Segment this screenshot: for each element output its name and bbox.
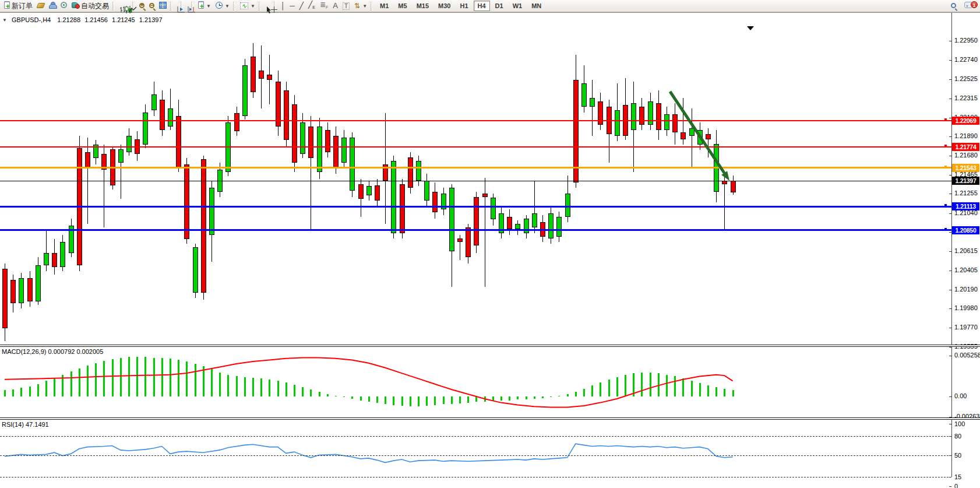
price-level-line[interactable] [0,229,951,231]
candle [358,184,364,199]
market-profile-button[interactable] [47,1,58,12]
new-chart-button[interactable]: +▼ [196,1,213,12]
dropdown-arrow-icon[interactable]: ▼ [206,3,211,9]
macd-histogram-bar [12,389,14,396]
rsi-pane-separator[interactable] [0,417,980,420]
gold-pointer-button[interactable] [35,1,47,12]
macd-histogram-bar [475,396,477,402]
candle [60,242,65,267]
chart-shift-button[interactable] [185,1,190,12]
level-line-marker[interactable] [944,145,947,147]
new-order-button[interactable]: +新订单 [2,1,35,12]
price-axis-label: 1.22315 [954,94,978,101]
candle [350,138,355,191]
search-button[interactable] [949,1,958,12]
macd-histogram-bar [418,396,420,406]
auto-scroll-button[interactable] [175,1,179,12]
level-line-marker[interactable] [944,204,947,206]
macd-histogram-bar [236,376,238,396]
candle [2,269,8,328]
candle [193,247,198,292]
search-icon [951,2,956,10]
ohlc-close: 1.21397 [139,16,163,23]
candle [706,134,711,139]
price-level-line[interactable] [0,146,951,148]
zoom-out-button[interactable]: − [147,1,157,12]
collapse-arrow-icon[interactable]: ▼ [2,17,7,23]
rsi-axis-label: 50 [954,452,961,459]
zoom-in-button[interactable]: + [137,1,147,12]
timeframe-button-m30[interactable]: M30 [434,1,454,11]
candle [590,98,595,107]
cursor-button[interactable] [263,1,268,12]
level-line-marker[interactable] [944,166,947,168]
dropdown-arrow-icon[interactable]: ▼ [362,3,367,9]
macd-indicator-label: MACD(12,26,9) 0.000792 0.002005 [2,348,103,355]
timeframe-button-m15[interactable]: M15 [413,1,433,11]
price-level-label: 1.21397 [952,177,979,185]
timeframe-button-h1[interactable]: H1 [456,1,472,11]
price-axis-tick [949,175,951,175]
indicators-button[interactable]: ∿▼ [238,1,258,12]
macd-pane-separator[interactable] [0,345,980,347]
price-axis-tick [949,41,951,41]
timeframe-button-h4[interactable]: H4 [474,1,490,11]
level-line-marker[interactable] [944,118,947,121]
timeframe-button-m1[interactable]: M1 [376,1,393,11]
price-level-line[interactable] [0,206,951,208]
rsi-axis-tick [949,486,951,487]
timeframe-button-w1[interactable]: W1 [509,1,527,11]
macd-histogram-bar [484,396,486,402]
bar-chart-button[interactable] [117,1,122,12]
text-label-button[interactable]: T [340,1,352,12]
timeframe-button-d1[interactable]: D1 [491,1,507,11]
macd-histogram-bar [310,389,312,396]
equidistant-channel-button[interactable]: ╱E [306,1,318,12]
rsi-indicator-label: RSI(14) 47.1491 [2,421,49,428]
macd-histogram-bar [260,378,262,396]
indicator-icon: ∿ [240,2,248,10]
chart-window[interactable]: ▼ GBPUSD-,H4 1.21288 1.21456 1.21245 1.2… [0,13,980,488]
macd-histogram-bar [343,396,345,397]
notification-badge: 1 [971,1,978,8]
timeframe-button-mn[interactable]: MN [527,1,545,11]
price-axis[interactable] [951,13,980,477]
macd-histogram-bar [600,382,601,396]
vertical-line-button[interactable]: │ [279,1,288,12]
trendline-button[interactable]: ╱ [297,1,306,12]
line-chart-button[interactable] [126,1,131,12]
dropdown-arrow-icon[interactable]: ▼ [251,3,255,9]
timeframe-button-m5[interactable]: M5 [394,1,411,11]
dropdown-arrow-icon[interactable]: ▼ [225,3,230,9]
toolbar-group-grip [112,2,115,10]
price-level-line[interactable] [0,120,951,121]
price-axis-tick [949,136,951,137]
tile-windows-button[interactable] [157,1,169,12]
level-line-marker[interactable] [944,228,947,230]
candle [432,192,438,213]
ohlc-high: 1.21456 [84,16,108,23]
horizontal-line-button[interactable]: ─ [287,1,297,12]
candle [44,253,49,266]
price-axis-label: 1.20615 [954,247,978,254]
macd-histogram-bar [682,378,684,396]
macd-histogram-bar [70,371,72,396]
macd-histogram-bar [54,378,55,396]
periods-button[interactable]: ▼ [213,1,232,12]
candle [209,188,214,234]
text-button[interactable]: A [330,1,340,12]
rsi-axis-tick [949,455,951,456]
candlestick-chart-button[interactable] [122,1,126,12]
arrow-objects-button[interactable]: ⇅▼ [352,1,369,12]
candle [27,278,33,301]
price-axis-label: 1.22740 [954,56,978,63]
price-level-line[interactable] [0,167,951,168]
notifications-button[interactable]: 1 [962,1,975,12]
signals-button[interactable] [58,1,69,12]
autotrading-button[interactable]: 自动交易 [69,1,111,12]
document-plus-icon: + [4,1,10,10]
crosshair-button[interactable] [268,1,273,12]
fibonacci-button[interactable]: ≣F [318,1,330,12]
sell-pressure-arrow[interactable] [0,13,980,488]
price-level-line[interactable] [0,181,951,181]
